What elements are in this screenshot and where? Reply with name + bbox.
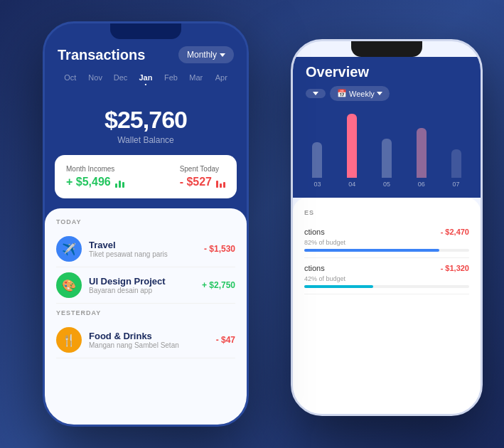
design-name: UI Design Project (89, 276, 195, 287)
bar-06-fill (417, 128, 427, 178)
weekly-chevron-icon (377, 92, 382, 95)
income-value: + $5,496 (66, 176, 111, 188)
bar-04-label: 04 (348, 181, 355, 188)
month-oct[interactable]: Oct (58, 72, 82, 89)
phone-transactions: Transactions Monthly Oct Nov Dec Jan Feb… (43, 21, 249, 427)
travel-sub: Tiket pesawat nang paris (89, 250, 197, 258)
bar-07-label: 07 (453, 181, 460, 188)
progress-fill-1 (304, 249, 439, 252)
phone1-title: Transactions (58, 47, 145, 63)
phone1-content: Transactions Monthly Oct Nov Dec Jan Feb… (45, 39, 247, 425)
expense-row-2: ctions - $1,320 (304, 264, 469, 272)
design-icon: 🎨 (56, 272, 82, 298)
expense-sub-1: 82% of budget (304, 239, 469, 246)
month-dec[interactable]: Dec (108, 72, 133, 89)
overview-header: Overview 📅 Weekly (293, 57, 481, 112)
bar-05: 05 (372, 139, 402, 188)
monthly-label: Monthly (187, 50, 217, 60)
filter-button-1[interactable] (306, 89, 326, 98)
expense-item-1[interactable]: ctions - $2,470 82% of budget (304, 222, 469, 258)
filter1-chevron-icon (313, 92, 318, 95)
expense-label-1: ctions (304, 228, 325, 236)
months-row: Oct Nov Dec Jan Feb Mar Apr (45, 69, 247, 95)
bar-06: 06 (407, 128, 436, 188)
income-value-row: + $5,496 (66, 176, 124, 188)
month-jan[interactable]: Jan (133, 72, 158, 89)
progress-bar-1 (304, 249, 469, 252)
expense-label-2: ctions (304, 264, 325, 272)
overview-title: Overview (306, 64, 468, 80)
overview-chart: 03 04 05 06 07 (293, 112, 481, 198)
phone1-header: Transactions Monthly (45, 39, 247, 69)
balance-label: Wallet Balance (58, 135, 234, 145)
phone2-notch (351, 41, 422, 57)
bar-04-fill (347, 114, 357, 178)
expense-amount-2: - $1,320 (441, 264, 469, 272)
bar-04: 04 (338, 114, 367, 188)
expense-sub-2: 42% of budget (304, 275, 469, 282)
progress-bar-2 (304, 285, 469, 288)
bar-05-fill (382, 139, 392, 178)
month-mar[interactable]: Mar (183, 72, 208, 89)
spent-value: - $527 (180, 176, 212, 188)
food-info: Food & Drinks Mangan nang Sambel Setan (89, 331, 209, 349)
income-label: Month Incomes (66, 165, 124, 173)
expense-row-1: ctions - $2,470 (304, 228, 469, 236)
balance-amount: $25,760 (58, 106, 234, 134)
food-sub: Mangan nang Sambel Setan (89, 341, 209, 349)
bar-03-fill (312, 142, 322, 178)
chevron-down-icon (220, 53, 225, 57)
bar-03-label: 03 (313, 181, 321, 188)
expense-amount-1: - $2,470 (441, 228, 469, 236)
travel-amount: - $1,530 (204, 244, 235, 254)
bar-07: 07 (441, 149, 471, 188)
month-feb[interactable]: Feb (159, 72, 183, 89)
bar-06-label: 06 (418, 181, 425, 188)
month-apr[interactable]: Apr (209, 72, 234, 89)
travel-name: Travel (89, 240, 197, 250)
income-stat: Month Incomes + $5,496 (66, 165, 124, 188)
food-icon: 🍴 (56, 327, 82, 353)
bar-03: 03 (303, 142, 332, 188)
monthly-button[interactable]: Monthly (178, 46, 234, 63)
calendar-icon: 📅 (337, 89, 347, 98)
design-sub: Bayaran desain app (89, 287, 195, 294)
food-amount: - $47 (216, 335, 235, 345)
weekly-label: Weekly (349, 90, 375, 98)
design-info: UI Design Project Bayaran desain app (89, 276, 195, 294)
spent-value-row: - $527 (180, 176, 225, 188)
phones-container: Transactions Monthly Oct Nov Dec Jan Feb… (0, 0, 504, 448)
expenses-section-label: ES (304, 209, 469, 216)
food-name: Food & Drinks (89, 331, 209, 341)
balance-section: $25,760 Wallet Balance (45, 95, 247, 155)
travel-icon: ✈️ (56, 236, 82, 262)
filter-row: 📅 Weekly (306, 86, 468, 101)
yesterday-label: YESTERDAY (56, 309, 235, 316)
transactions-list: TODAY ✈️ Travel Tiket pesawat nang paris… (45, 208, 247, 425)
spent-stat: Spent Today - $527 (180, 165, 225, 188)
today-label: TODAY (56, 218, 235, 225)
transaction-ui-design[interactable]: 🎨 UI Design Project Bayaran desain app +… (56, 267, 235, 304)
phone2-content: Overview 📅 Weekly 03 (293, 57, 481, 414)
overview-body: ES ctions - $2,470 82% of budget ctions … (293, 198, 481, 414)
bar-05-label: 05 (383, 181, 390, 188)
spent-label: Spent Today (180, 165, 225, 173)
income-bar-icon (115, 176, 124, 188)
phone1-notch (110, 23, 181, 39)
filter-weekly-button[interactable]: 📅 Weekly (330, 86, 390, 101)
transaction-travel[interactable]: ✈️ Travel Tiket pesawat nang paris - $1,… (56, 231, 235, 267)
phone-overview: Overview 📅 Weekly 03 (291, 39, 483, 416)
month-nov[interactable]: Nov (82, 72, 107, 89)
progress-fill-2 (304, 285, 373, 288)
spent-bar-icon (216, 176, 225, 188)
expense-item-2[interactable]: ctions - $1,320 42% of budget (304, 258, 469, 294)
stats-card: Month Incomes + $5,496 Spent Today - $52… (55, 155, 237, 198)
bar-07-fill (451, 149, 461, 178)
travel-info: Travel Tiket pesawat nang paris (89, 240, 197, 258)
design-amount: + $2,750 (202, 280, 235, 290)
transaction-food[interactable]: 🍴 Food & Drinks Mangan nang Sambel Setan… (56, 322, 235, 358)
